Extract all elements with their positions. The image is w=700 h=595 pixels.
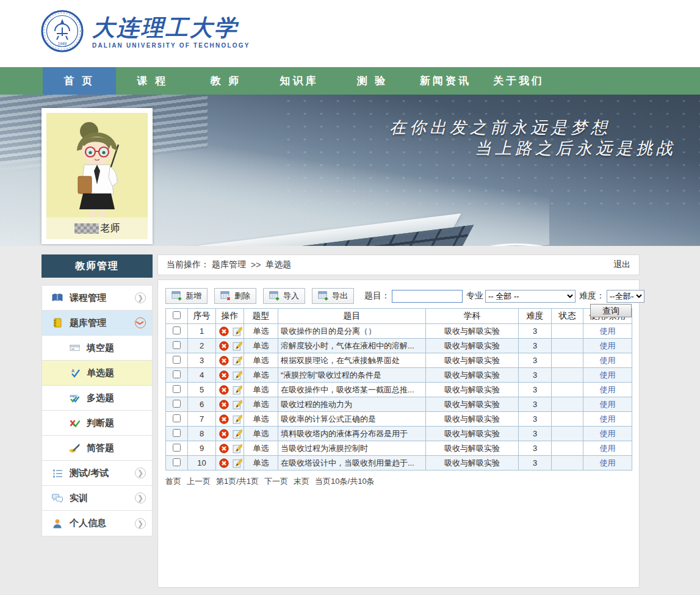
edit-row-icon[interactable] [233,370,242,380]
filter-bar: 题目： 专业 -- 全部 -- 难度： --全部-- [361,290,644,303]
title-filter-input[interactable] [392,290,463,303]
row-checkbox[interactable] [173,414,181,422]
pagination: 首页 上一页 第1页/共1页 下一页 末页 当页10条/共10条 [165,476,632,487]
sidebar-item-short-answer[interactable]: 简答题 [42,436,152,461]
sidebar-item-personal-info[interactable]: 个人信息 ❯ [42,511,152,536]
delete-row-icon[interactable] [219,414,229,424]
edit-row-icon[interactable] [233,458,242,468]
row-status [552,324,583,339]
row-subject: 吸收与解吸实验 [426,412,519,427]
sidebar-item-true-false[interactable]: 判断题 [42,411,152,436]
header-actions: 操作 [216,309,244,324]
nav-item[interactable]: 关于我们 [482,67,555,95]
table-delete-icon [220,291,231,301]
sidebar-item-question-bank[interactable]: 题库管理 ❯ [42,311,152,336]
use-link[interactable]: 使用 [600,414,616,424]
edit-row-icon[interactable] [233,326,242,336]
edit-row-icon[interactable] [233,356,242,366]
row-checkbox[interactable] [173,400,181,408]
nav-item[interactable]: 教 师 [189,67,262,95]
row-subject: 吸收与解吸实验 [426,368,519,383]
row-checkbox[interactable] [173,429,181,437]
row-checkbox[interactable] [173,444,181,452]
edit-row-icon[interactable] [233,429,242,439]
row-no: 6 [188,397,216,412]
row-type: 单选 [244,353,278,368]
edit-row-icon[interactable] [233,444,242,453]
use-link[interactable]: 使用 [600,444,616,453]
use-link[interactable]: 使用 [600,400,616,409]
edit-row-icon[interactable] [233,414,242,424]
delete-row-icon[interactable] [219,356,229,366]
pagination-first[interactable]: 首页 [165,476,181,487]
use-link[interactable]: 使用 [600,385,616,394]
row-use-cell: 使用 [583,397,632,412]
use-link[interactable]: 使用 [600,370,616,380]
sidebar-item-single-choice[interactable]: A 单选题 [42,361,152,386]
use-link[interactable]: 使用 [600,458,616,467]
delete-row-icon[interactable] [219,326,229,336]
use-link[interactable]: 使用 [600,326,616,336]
row-checkbox-cell [166,383,188,397]
delete-row-icon[interactable] [219,400,229,409]
use-link[interactable]: 使用 [600,429,616,438]
delete-row-icon[interactable] [219,341,229,351]
breadcrumb-section[interactable]: 题库管理 [212,259,246,270]
row-checkbox[interactable] [173,341,181,349]
row-checkbox[interactable] [173,385,181,393]
row-actions [216,397,244,412]
query-button[interactable]: 查询 [590,304,632,317]
table-import-icon [269,291,280,301]
sidebar-item-tests-exams[interactable]: 测试/考试 ❯ [42,461,152,486]
difficulty-select[interactable]: --全部-- [607,290,644,303]
select-all-checkbox[interactable] [173,311,181,319]
add-button[interactable]: 新增 [165,288,207,304]
pagination-prev[interactable]: 上一页 [187,476,211,487]
chevron-right-icon: ❯ [135,518,146,529]
pagination-last[interactable]: 末页 [294,476,309,487]
header-subject: 学科 [426,309,519,324]
row-checkbox[interactable] [173,356,181,364]
export-button[interactable]: 导出 [312,288,354,304]
multi-choice-icon: ABC [68,393,81,403]
edit-row-icon[interactable] [233,400,242,409]
import-button[interactable]: 导入 [263,288,305,304]
nav-item[interactable]: 课 程 [116,67,189,95]
logout-link[interactable]: 退出 [613,259,630,270]
nav-item[interactable]: 新闻资讯 [409,67,482,95]
row-subject: 吸收与解吸实验 [426,324,519,339]
banner-slogan-line2: 当上路之后永远是挑战 [475,137,676,159]
nav-item[interactable]: 知识库 [262,67,336,95]
delete-row-icon[interactable] [219,429,229,439]
edit-row-icon[interactable] [233,341,242,351]
edit-row-icon[interactable] [233,385,242,395]
sidebar-item-fill-blank[interactable]: 填空题 [42,336,152,361]
use-link[interactable]: 使用 [600,341,616,350]
title-filter-label: 题目： [364,290,390,301]
row-no: 5 [188,383,216,397]
sidebar-item-multi-choice[interactable]: ABC 多选题 [42,386,152,411]
header-type: 题型 [244,309,278,324]
row-checkbox[interactable] [173,458,181,466]
delete-row-icon[interactable] [219,458,229,468]
book-icon [51,293,64,303]
row-checkbox[interactable] [173,326,181,334]
sidebar-item-training[interactable]: 实训 ❯ [42,486,152,511]
sidebar-item-course-management[interactable]: 课程管理 ❯ [42,286,152,311]
row-use-cell: 使用 [583,339,632,353]
nav-item[interactable]: 测 验 [336,67,409,95]
nav-item[interactable]: 首 页 [43,67,116,95]
row-checkbox[interactable] [173,370,181,378]
banner-slogan-line1: 在你出发之前永远是梦想 [389,117,611,139]
delete-button[interactable]: 删除 [214,288,256,304]
pagination-next[interactable]: 下一页 [264,476,288,487]
delete-row-icon[interactable] [219,385,229,395]
sidebar-item-label: 多选题 [87,392,146,404]
test-list-icon [51,469,64,478]
major-select[interactable]: -- 全部 -- [485,290,576,303]
delete-row-icon[interactable] [219,444,229,453]
question-panel: 新增 删除 导入 导出 题目： 专业 [157,279,640,588]
delete-row-icon[interactable] [219,370,229,380]
sidebar-item-label: 课程管理 [70,292,135,304]
use-link[interactable]: 使用 [600,356,616,365]
